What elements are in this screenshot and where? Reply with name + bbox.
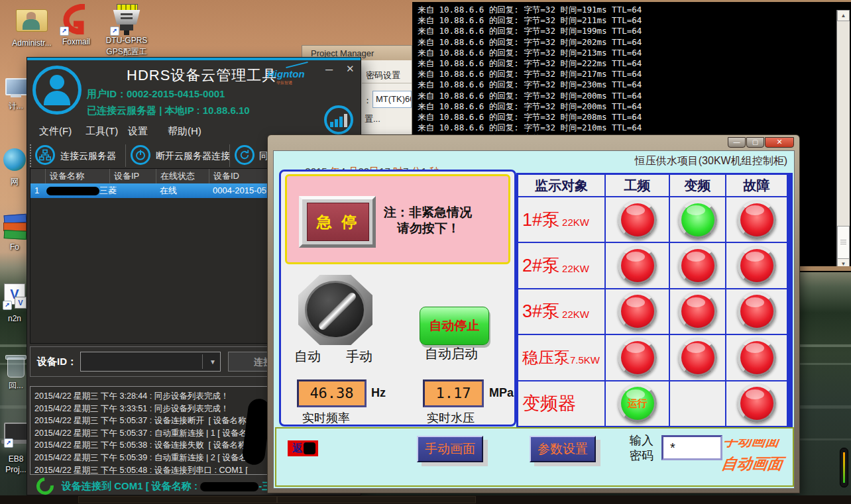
v-app-icon: V xyxy=(15,297,27,309)
icon-label: n2n xyxy=(1,314,28,323)
auto-manual-knob[interactable] xyxy=(298,275,372,345)
hmi-footer: 返回 手动画面 参数设置 输入 密码 * 手动画面 自动画面 xyxy=(275,427,794,487)
desktop-icon-network[interactable]: 网 xyxy=(1,148,28,191)
hmi-minimize-button[interactable]: — xyxy=(728,137,746,148)
lamp-cell xyxy=(726,335,787,379)
auto-stop-button[interactable]: 自动停止 xyxy=(420,307,489,345)
knob-handle xyxy=(317,291,358,332)
desktop: Administr... ➚ Foxmail ➚ DTU-GPRS GPS配置工… xyxy=(0,0,851,504)
desktop-icon-n2n[interactable]: V V ➚ n2n xyxy=(1,283,28,327)
auto-screen-ghost-label: 自动画面 xyxy=(720,454,784,474)
status-lamp xyxy=(679,292,717,330)
pump-label: 3#泵22KW xyxy=(518,289,604,334)
knob-face xyxy=(305,281,366,339)
frequency-readout: 46.38 xyxy=(297,379,367,407)
user-id-text: 用户ID：0002-2015-0415-0001 xyxy=(87,88,225,101)
pump-label: 2#泵22KW xyxy=(518,243,604,287)
close-button[interactable]: ✕ xyxy=(346,63,355,75)
console-scrollbar[interactable]: ▲ ▼ xyxy=(836,10,850,270)
battery-indicator-pill xyxy=(840,448,848,487)
ping-line: 来自 10.88.6.6 的回复: 字节=32 时间=211ms TTL=64 xyxy=(412,15,851,26)
menu-help[interactable]: 帮助(H) xyxy=(168,125,201,138)
hmi-close-button[interactable]: ✕ xyxy=(765,137,794,148)
connect-server-icon[interactable] xyxy=(35,145,55,165)
shortcut-arrow-icon: ➚ xyxy=(4,438,13,448)
emergency-stop-button[interactable]: 急 停 xyxy=(307,203,369,241)
col-device-ip: 设备IP xyxy=(109,169,156,183)
person-icon xyxy=(44,91,70,105)
lamp-cell xyxy=(670,197,725,242)
lamp-cell xyxy=(606,289,669,334)
desktop-icon-foxmail[interactable]: ➚ Foxmail xyxy=(56,3,97,52)
desktop-icon-dtu-gprs[interactable]: ➚ DTU-GPRS GPS配置工 xyxy=(103,1,150,60)
hmi-maximize-button[interactable]: ▢ xyxy=(746,137,764,148)
frequency-label: 实时频率 xyxy=(302,410,350,426)
disconnect-server-icon[interactable] xyxy=(131,145,150,165)
device-id-combobox[interactable]: ▼ xyxy=(80,352,221,372)
book-icon xyxy=(4,230,27,240)
hmi-content: 2015 年4 月22日17 时7 分1 秒 恒压供水项目(30KW机组控制柜)… xyxy=(273,150,795,489)
taskbar-button[interactable] xyxy=(78,496,277,503)
chevron-down-icon[interactable]: ▼ xyxy=(209,358,216,366)
logo-subtext: 华辰智通 xyxy=(276,80,305,86)
icon-label: DTU-GPRS xyxy=(101,36,152,45)
status-lamp xyxy=(738,246,776,285)
menu-file[interactable]: 文件(F) xyxy=(39,125,72,138)
password-label: 密码 xyxy=(630,449,653,463)
grid-header: 变频 xyxy=(670,175,725,196)
control-panel: 急 停 注：非紧急情况 请勿按下！ 自动 手动 自动停止 自动启动 46.38 xyxy=(279,170,516,427)
logo-swoosh-icon xyxy=(286,62,308,68)
connect-server-button[interactable]: 连接云服务器 xyxy=(60,150,116,162)
ping-line: 来自 10.88.6.6 的回复: 字节=32 时间=191ms TTL=64 xyxy=(412,5,851,15)
ping-line: 来自 10.88.6.6 的回复: 字节=32 时间=213ms TTL=64 xyxy=(412,48,851,58)
password-label: 输入 xyxy=(630,434,653,448)
scrollbar-thumb[interactable] xyxy=(837,226,850,260)
taskbar[interactable] xyxy=(0,495,851,504)
minimize-button[interactable]: – xyxy=(325,62,333,77)
model-field-value: MT(TK)60 xyxy=(373,91,412,107)
toolbar-drag-handle[interactable] xyxy=(30,144,31,167)
auto-start-label: 自动启动 xyxy=(425,345,478,363)
back-button[interactable]: 返回 xyxy=(288,440,318,456)
estop-note: 注：非紧急情况 xyxy=(384,204,472,221)
desktop-icon-books[interactable]: Fo xyxy=(1,213,28,257)
lamp-cell xyxy=(670,243,725,287)
pressure-readout: 1.17 xyxy=(423,379,484,407)
taskbar-button[interactable] xyxy=(277,496,476,503)
hmi-window: — ▢ ✕ 2015 年4 月22日17 时7 分1 秒 恒压供水项目(30KW… xyxy=(267,134,800,493)
console-bottom-frame xyxy=(800,266,851,271)
lamp-cell xyxy=(606,243,669,287)
manual-screen-button[interactable]: 手动画面 xyxy=(417,436,483,462)
globe-icon xyxy=(3,148,26,171)
scroll-up-icon[interactable]: ▲ xyxy=(837,10,850,21)
desktop-icon-administrator[interactable]: Administr... xyxy=(7,4,57,52)
cell-rownum: 1 xyxy=(34,183,45,198)
ping-line: 来自 10.88.6.6 的回复: 字节=32 时间=222ms TTL=64 xyxy=(412,58,851,69)
disconnect-server-button[interactable]: 断开云服务器连接 xyxy=(156,150,230,162)
params-settings-button[interactable]: 参数设置 xyxy=(530,436,596,462)
desktop-icon-computer[interactable]: 计... xyxy=(3,77,29,117)
connector-icon xyxy=(121,17,133,19)
col-device-name: 设备名称 xyxy=(45,169,109,183)
status-lamp xyxy=(618,292,657,330)
password-field[interactable]: * xyxy=(661,435,722,460)
icon-label: 计... xyxy=(3,101,29,112)
model-field[interactable]: MT(TK)60 xyxy=(372,91,412,108)
connector-icon xyxy=(121,13,133,15)
logo-text: Hignton xyxy=(267,68,305,79)
connector-icon xyxy=(120,25,133,30)
recycle-bin-icon xyxy=(7,358,25,378)
lamp-cell xyxy=(726,243,787,287)
menu-tools[interactable]: 工具(T) xyxy=(85,125,118,138)
menu-settings[interactable]: 设置 xyxy=(128,125,148,138)
lamp-cell xyxy=(606,197,669,242)
password-group-label: 密码设置 xyxy=(366,70,400,81)
settings-link[interactable]: 置... xyxy=(365,113,380,125)
sync-icon[interactable] xyxy=(235,145,255,165)
desktop-icon-recycle-bin[interactable]: 回... xyxy=(3,354,29,397)
groupbox-line xyxy=(362,83,412,83)
pump-status-grid: 监示对象 工频 变频 故障 1#泵22KW 2#泵22KW 3#泵22KW 稳压… xyxy=(516,173,793,428)
recycle-bin-icon xyxy=(5,355,27,360)
lamp-cell xyxy=(670,289,725,334)
status-text: 设备连接到 COM1 [ 设备名称 : -三菱 ] xyxy=(62,480,288,493)
